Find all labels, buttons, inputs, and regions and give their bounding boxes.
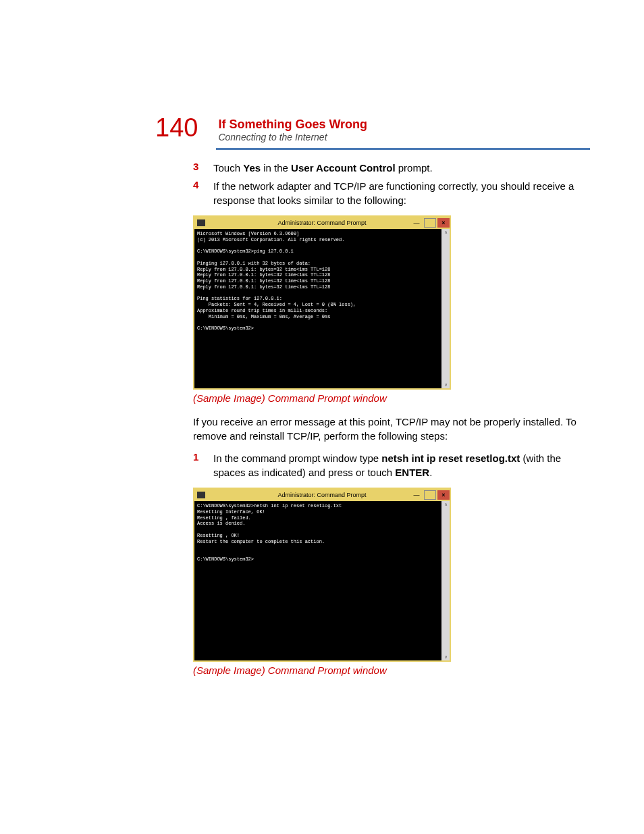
cmd-icon <box>197 492 205 498</box>
step-text: In the command prompt window type netsh … <box>213 451 590 479</box>
minimize-button[interactable]: — <box>410 490 423 500</box>
bold-text: netsh int ip reset resetlog.txt <box>381 452 520 464</box>
scroll-down-icon[interactable]: ∨ <box>444 382 448 388</box>
text: In the command prompt window type <box>213 452 381 464</box>
section-title: If Something Goes Wrong <box>218 118 367 132</box>
page-header: 140 If Something Goes Wrong Connecting t… <box>155 115 590 142</box>
header-titles: If Something Goes Wrong Connecting to th… <box>218 115 367 142</box>
text: in the <box>261 162 291 174</box>
step-1: 1 In the command prompt window type nets… <box>193 451 590 479</box>
command-prompt-window-2: Administrator: Command Prompt — × C:\WIN… <box>193 488 451 662</box>
header-rule <box>216 148 590 150</box>
text: prompt. <box>396 162 433 174</box>
window-controls: — × <box>410 218 450 228</box>
terminal-output: C:\WINDOWS\system32>netsh int ip reset r… <box>194 501 441 660</box>
step-number: 3 <box>193 161 213 175</box>
close-button[interactable]: × <box>437 218 450 228</box>
scrollbar[interactable]: ∧ ∨ <box>441 501 450 660</box>
paragraph: If you receive an error message at this … <box>193 415 590 443</box>
text: . <box>429 467 432 478</box>
bold-text: Yes <box>243 162 261 174</box>
figure-caption: (Sample Image) Command Prompt window <box>193 392 590 404</box>
figure-caption: (Sample Image) Command Prompt window <box>193 664 590 676</box>
step-text: Touch Yes in the User Account Control pr… <box>213 161 433 175</box>
bold-text: ENTER <box>395 467 429 478</box>
text: Touch <box>213 162 243 174</box>
step-text: If the network adapter and TCP/IP are fu… <box>213 179 590 207</box>
window-controls: — × <box>410 490 450 500</box>
scroll-up-icon[interactable]: ∧ <box>444 501 448 508</box>
page-container: 140 If Something Goes Wrong Connecting t… <box>0 0 644 741</box>
window-title: Administrator: Command Prompt <box>277 492 366 498</box>
bold-text: User Account Control <box>291 162 395 174</box>
scroll-down-icon[interactable]: ∨ <box>444 654 448 660</box>
step-3: 3 Touch Yes in the User Account Control … <box>193 161 590 175</box>
terminal-output: Microsoft Windows [Version 6.3.9600] (c)… <box>194 229 441 388</box>
window-title: Administrator: Command Prompt <box>277 219 366 226</box>
step-4: 4 If the network adapter and TCP/IP are … <box>193 179 590 207</box>
titlebar: Administrator: Command Prompt — × <box>194 217 450 229</box>
step-number: 1 <box>193 451 213 479</box>
page-number: 140 <box>155 115 198 140</box>
step-number: 4 <box>193 179 213 207</box>
cmd-body-wrap: C:\WINDOWS\system32>netsh int ip reset r… <box>194 501 450 660</box>
section-subtitle: Connecting to the Internet <box>218 132 367 142</box>
close-button[interactable]: × <box>437 490 450 500</box>
cmd-body-wrap: Microsoft Windows [Version 6.3.9600] (c)… <box>194 229 450 388</box>
scroll-up-icon[interactable]: ∧ <box>444 229 448 236</box>
cmd-icon <box>197 219 205 226</box>
command-prompt-window-1: Administrator: Command Prompt — × Micros… <box>193 215 451 390</box>
maximize-button[interactable] <box>424 218 436 228</box>
maximize-button[interactable] <box>424 490 436 500</box>
titlebar: Administrator: Command Prompt — × <box>194 489 450 501</box>
content-area: 3 Touch Yes in the User Account Control … <box>193 161 590 676</box>
scrollbar[interactable]: ∧ ∨ <box>441 229 450 388</box>
minimize-button[interactable]: — <box>410 218 423 228</box>
